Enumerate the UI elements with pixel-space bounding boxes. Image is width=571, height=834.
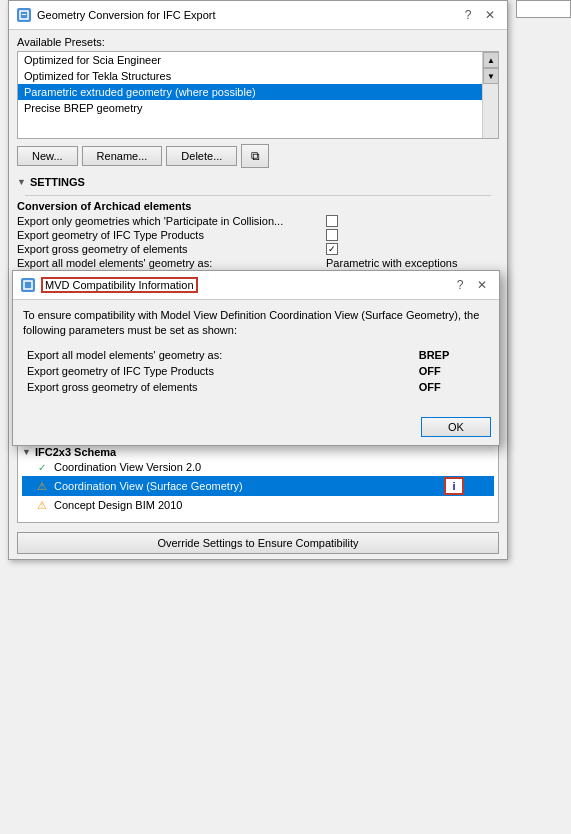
- title-bar-controls: ? ✕: [459, 6, 499, 24]
- row-label: Export geometry of IFC Type Products: [17, 228, 326, 242]
- group-triangle: ▼: [22, 447, 31, 457]
- row-value: [326, 242, 499, 256]
- compat-item-label-2: Concept Design BIM 2010: [54, 499, 482, 511]
- scroll-up-btn[interactable]: ▲: [483, 52, 499, 68]
- mvd-row-label-1: Export geometry of IFC Type Products: [23, 363, 415, 379]
- conversion-title: Conversion of Archicad elements: [17, 200, 499, 212]
- settings-header: ▼ SETTINGS: [17, 173, 499, 191]
- mvd-row-value-1: OFF: [415, 363, 489, 379]
- row-label: Export only geometries which 'Participat…: [17, 214, 326, 228]
- mvd-title: MVD Compatibility Information: [41, 277, 198, 293]
- mvd-title-bar: MVD Compatibility Information ? ✕: [13, 271, 499, 300]
- preset-buttons-row: New... Rename... Delete... ⧉: [9, 139, 507, 173]
- compat-item-label-0: Coordination View Version 2.0: [54, 461, 482, 473]
- main-title-bar: Geometry Conversion for IFC Export ? ✕: [9, 1, 507, 30]
- mvd-row-2: Export gross geometry of elements OFF: [23, 379, 489, 395]
- side-value-input[interactable]: 300: [516, 0, 571, 18]
- presets-label: Available Presets:: [17, 36, 499, 48]
- rename-button[interactable]: Rename...: [82, 146, 163, 166]
- preset-scrollbar[interactable]: ▲ ▼: [482, 52, 498, 138]
- close-button[interactable]: ✕: [481, 6, 499, 24]
- compatibility-list: ▼ IFC2x3 Schema ✓ Coordination View Vers…: [17, 443, 499, 523]
- compat-item-0[interactable]: ✓ Coordination View Version 2.0: [22, 458, 494, 476]
- mvd-row-label-0: Export all model elements' geometry as:: [23, 347, 415, 363]
- title-bar-left: Geometry Conversion for IFC Export: [17, 8, 216, 22]
- info-icon: i: [452, 480, 455, 492]
- copy-button[interactable]: ⧉: [241, 144, 269, 168]
- scroll-down-btn[interactable]: ▼: [483, 68, 499, 84]
- mvd-window-icon: [21, 278, 35, 292]
- bottom-bar: Override Settings to Ensure Compatibilit…: [9, 527, 507, 559]
- side-input-container: 300: [516, 0, 571, 18]
- preset-item-1[interactable]: Optimized for Tekla Structures: [18, 68, 498, 84]
- new-button[interactable]: New...: [17, 146, 78, 166]
- preset-item-2[interactable]: Parametric extruded geometry (where poss…: [18, 84, 498, 100]
- row-label: Export all model elements' geometry as:: [17, 256, 326, 270]
- mvd-help-button[interactable]: ?: [451, 276, 469, 294]
- mvd-row-label-2: Export gross geometry of elements: [23, 379, 415, 395]
- preset-list: Optimized for Scia Engineer Optimized fo…: [17, 51, 499, 139]
- mvd-controls: ? ✕: [451, 276, 491, 294]
- override-button[interactable]: Override Settings to Ensure Compatibilit…: [17, 532, 499, 554]
- compat-item-1[interactable]: ⚠ Coordination View (Surface Geometry) i: [22, 476, 494, 496]
- mvd-row-1: Export geometry of IFC Type Products OFF: [23, 363, 489, 379]
- checkbox-1[interactable]: [326, 229, 338, 241]
- preset-item-0[interactable]: Optimized for Scia Engineer: [18, 52, 498, 68]
- mvd-row-value-2: OFF: [415, 379, 489, 395]
- mvd-table: Export all model elements' geometry as: …: [23, 347, 489, 395]
- presets-section: Available Presets: Optimized for Scia En…: [9, 30, 507, 139]
- mvd-close-button[interactable]: ✕: [473, 276, 491, 294]
- table-row: Export all model elements' geometry as: …: [17, 256, 499, 270]
- table-row: Export geometry of IFC Type Products: [17, 228, 499, 242]
- window-title: Geometry Conversion for IFC Export: [37, 9, 216, 21]
- ok-button[interactable]: OK: [421, 417, 491, 437]
- checkbox-0[interactable]: [326, 215, 338, 227]
- mvd-description: To ensure compatibility with Model View …: [23, 308, 489, 339]
- compat-group-label-0: IFC2x3 Schema: [35, 446, 116, 458]
- row-label: Export gross geometry of elements: [17, 242, 326, 256]
- mvd-row-value-0: BREP: [415, 347, 489, 363]
- mvd-body: To ensure compatibility with Model View …: [13, 300, 499, 413]
- mvd-row-0: Export all model elements' geometry as: …: [23, 347, 489, 363]
- compat-group-title-0[interactable]: ▼ IFC2x3 Schema: [22, 446, 494, 458]
- warn-icon: ⚠: [34, 478, 50, 494]
- compat-group-0: ▼ IFC2x3 Schema ✓ Coordination View Vers…: [18, 444, 498, 516]
- table-row: Export only geometries which 'Participat…: [17, 214, 499, 228]
- settings-triangle: ▼: [17, 177, 26, 187]
- warn-icon-2: ⚠: [34, 497, 50, 513]
- delete-button[interactable]: Delete...: [166, 146, 237, 166]
- svg-rect-1: [22, 14, 26, 15]
- check-icon: ✓: [34, 459, 50, 475]
- preset-item-3[interactable]: Precise BREP geometry: [18, 100, 498, 116]
- info-icon-button[interactable]: i: [444, 477, 464, 495]
- row-value: [326, 214, 499, 228]
- window-icon: [17, 8, 31, 22]
- table-row: Export gross geometry of elements: [17, 242, 499, 256]
- settings-divider: [25, 195, 491, 196]
- checkbox-2[interactable]: [326, 243, 338, 255]
- mvd-ok-row: OK: [13, 413, 499, 445]
- mvd-title-left: MVD Compatibility Information: [21, 277, 198, 293]
- help-button[interactable]: ?: [459, 6, 477, 24]
- compat-item-label-1: Coordination View (Surface Geometry): [54, 480, 444, 492]
- mvd-dialog: MVD Compatibility Information ? ✕ To ens…: [12, 270, 500, 446]
- compat-item-2[interactable]: ⚠ Concept Design BIM 2010: [22, 496, 494, 514]
- svg-rect-2: [24, 281, 32, 289]
- settings-header-label: SETTINGS: [30, 176, 85, 188]
- row-value: Parametric with exceptions: [326, 256, 499, 270]
- row-value: [326, 228, 499, 242]
